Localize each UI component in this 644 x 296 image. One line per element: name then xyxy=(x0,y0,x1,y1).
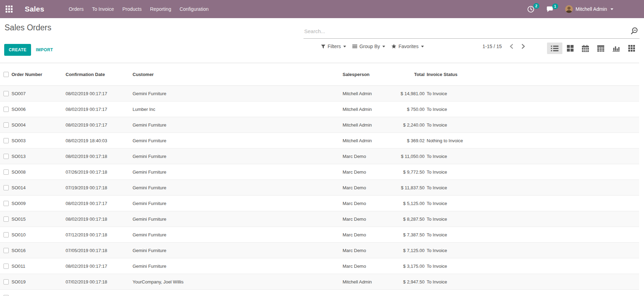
customer-cell: Gemini Furniture xyxy=(133,232,343,237)
table-row[interactable]: SO003 08/02/2019 18:40:03 Gemini Furnitu… xyxy=(0,133,639,149)
pager-next-button[interactable] xyxy=(521,44,525,49)
view-button-pivot[interactable] xyxy=(593,43,608,54)
row-select-cell xyxy=(0,154,12,159)
navbar-menu-item[interactable]: Products xyxy=(119,4,145,14)
column-header-order-number[interactable]: Order Number xyxy=(12,72,66,77)
view-button-activity[interactable] xyxy=(624,43,639,54)
app-name[interactable]: Sales xyxy=(25,5,44,13)
order-number-cell: SO006 xyxy=(12,107,66,112)
row-checkbox[interactable] xyxy=(3,232,9,237)
navbar-menu-item[interactable]: Orders xyxy=(65,4,87,14)
column-header-total[interactable]: Total xyxy=(384,72,425,77)
navbar-menu-item[interactable]: Reporting xyxy=(147,4,175,14)
view-button-kanban[interactable] xyxy=(562,43,578,54)
apps-menu-button[interactable] xyxy=(5,5,13,13)
column-header-customer[interactable]: Customer xyxy=(133,72,343,77)
total-cell: $ 5,125.00 xyxy=(384,201,425,206)
row-select-cell xyxy=(0,217,12,222)
table-header-row: Order Number Confirmation Date Customer … xyxy=(0,63,639,86)
filters-dropdown[interactable]: Filters xyxy=(321,44,346,49)
total-cell: $ 2,947.50 xyxy=(384,279,425,284)
pivot-view-icon xyxy=(597,45,604,52)
total-cell: $ 11,837.50 xyxy=(384,185,425,190)
favorites-dropdown[interactable]: Favorites xyxy=(391,44,424,49)
row-checkbox[interactable] xyxy=(3,107,9,112)
column-header-invoice-status[interactable]: Invoice Status xyxy=(425,72,639,77)
row-checkbox[interactable] xyxy=(3,185,9,190)
customer-cell: Gemini Furniture xyxy=(133,138,343,143)
table-row[interactable]: SO004 08/02/2019 00:17:17 Gemini Furnitu… xyxy=(0,117,639,133)
order-number-cell: SO010 xyxy=(12,232,66,237)
confirmation-date-cell: 07/26/2019 00:17:18 xyxy=(66,169,133,175)
confirmation-date-cell: 07/02/2019 00:17:18 xyxy=(66,279,133,284)
salesperson-cell: Marc Demo xyxy=(343,264,384,269)
row-checkbox[interactable] xyxy=(3,248,9,253)
table-row[interactable]: SO011 08/02/2019 00:17:17 Gemini Furnitu… xyxy=(0,258,639,274)
import-button[interactable]: IMPORT xyxy=(35,44,54,56)
row-checkbox[interactable] xyxy=(3,138,9,143)
table-row[interactable]: SO015 08/02/2019 00:17:18 Gemini Furnitu… xyxy=(0,211,639,227)
invoice-status-cell: To Invoice xyxy=(425,91,639,96)
navbar-menu-item[interactable]: Configuration xyxy=(176,4,212,14)
navbar-menu-item[interactable]: To Invoice xyxy=(89,4,118,14)
invoice-status-cell: Nothing to Invoice xyxy=(425,138,639,143)
row-checkbox[interactable] xyxy=(3,279,9,284)
table-row[interactable]: SO016 07/05/2019 00:17:18 Gemini Furnitu… xyxy=(0,243,639,258)
select-all-checkbox[interactable] xyxy=(3,72,9,77)
user-menu-button[interactable]: Mitchell Admin xyxy=(565,5,613,13)
total-cell: $ 369.02 xyxy=(384,138,425,143)
salesperson-cell: Marc Demo xyxy=(343,185,384,190)
row-select-cell xyxy=(0,122,12,128)
column-header-confirmation-date[interactable]: Confirmation Date xyxy=(66,72,133,77)
salesperson-cell: Marc Demo xyxy=(343,154,384,159)
row-checkbox[interactable] xyxy=(3,154,9,159)
table-row[interactable]: SO010 07/12/2019 00:17:18 Gemini Furnitu… xyxy=(0,227,639,243)
row-checkbox[interactable] xyxy=(3,201,9,206)
invoice-status-cell: To Invoice xyxy=(425,264,639,269)
table-row[interactable]: SO006 08/02/2019 00:17:17 Lumber Inc Mit… xyxy=(0,101,639,117)
row-checkbox[interactable] xyxy=(3,91,9,96)
search-input[interactable] xyxy=(304,28,630,34)
chevron-left-icon xyxy=(509,44,514,49)
table-row[interactable]: SO007 08/02/2019 00:17:17 Gemini Furnitu… xyxy=(0,86,639,101)
invoice-status-cell: To Invoice xyxy=(425,107,639,112)
table-row[interactable]: SO017 01/25/2019 00:17:18 Gemini Furnitu… xyxy=(0,290,639,296)
confirmation-date-cell: 08/02/2019 18:40:03 xyxy=(66,138,133,143)
invoice-status-cell: To Invoice xyxy=(425,295,639,296)
salesperson-cell: Marc Demo xyxy=(343,232,384,237)
row-select-cell xyxy=(0,279,12,284)
pager-previous-button[interactable] xyxy=(509,44,514,49)
row-select-cell xyxy=(0,248,12,253)
view-button-graph[interactable] xyxy=(608,43,624,54)
customer-cell: Lumber Inc xyxy=(133,107,343,112)
invoice-status-cell: To Invoice xyxy=(425,201,639,206)
activities-button[interactable]: 2 xyxy=(527,6,534,13)
create-button[interactable]: CREATE xyxy=(4,44,31,56)
row-checkbox[interactable] xyxy=(3,122,9,128)
row-checkbox[interactable] xyxy=(3,169,9,175)
confirmation-date-cell: 08/02/2019 00:17:17 xyxy=(66,201,133,206)
messages-button[interactable]: 1 xyxy=(546,6,553,13)
row-checkbox[interactable] xyxy=(3,217,9,222)
table-row[interactable]: SO019 07/02/2019 00:17:18 YourCompany, J… xyxy=(0,274,639,290)
row-checkbox[interactable] xyxy=(3,295,9,296)
view-button-calendar[interactable] xyxy=(578,43,593,54)
row-checkbox[interactable] xyxy=(3,264,9,269)
select-all-cell xyxy=(0,72,12,77)
column-header-salesperson[interactable]: Salesperson xyxy=(343,72,384,77)
group-by-dropdown[interactable]: Group By xyxy=(352,44,385,49)
customer-cell: Gemini Furniture xyxy=(133,201,343,206)
view-switcher xyxy=(547,43,639,54)
view-button-list[interactable] xyxy=(547,43,562,54)
invoice-status-cell: To Invoice xyxy=(425,248,639,253)
table-row[interactable]: SO014 07/19/2019 00:17:18 Gemini Furnitu… xyxy=(0,180,639,196)
invoice-status-cell: To Invoice xyxy=(425,217,639,222)
table-row[interactable]: SO008 07/26/2019 00:17:18 Gemini Furnitu… xyxy=(0,164,639,180)
table-row[interactable]: SO009 08/02/2019 00:17:17 Gemini Furnitu… xyxy=(0,196,639,211)
search-options-button[interactable] xyxy=(630,26,639,36)
search-icon xyxy=(630,26,639,36)
customer-cell: Gemini Furniture xyxy=(133,217,343,222)
order-number-cell: SO011 xyxy=(12,264,66,269)
confirmation-date-cell: 07/05/2019 00:17:18 xyxy=(66,248,133,253)
table-row[interactable]: SO013 08/02/2019 00:17:18 Gemini Furnitu… xyxy=(0,149,639,164)
